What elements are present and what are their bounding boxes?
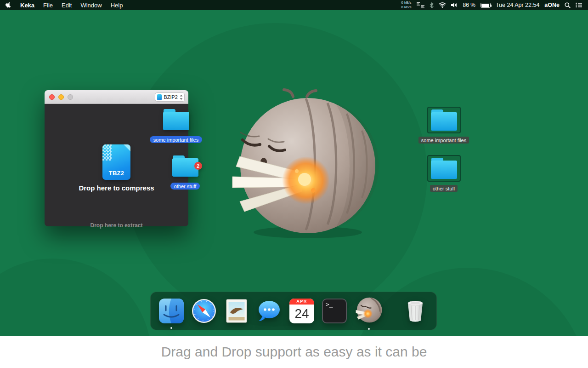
volume-icon[interactable] (451, 2, 458, 8)
menu-help[interactable]: Help (111, 2, 123, 9)
dock-trash-icon[interactable] (402, 298, 429, 324)
dock-keka-icon[interactable] (354, 295, 384, 325)
background-circle (0, 259, 152, 336)
minimize-button[interactable] (58, 94, 64, 100)
caption-bar: Drag and Drop support as easy as it can … (0, 336, 588, 368)
dragged-folder-some-important-files[interactable]: some important files (146, 109, 206, 143)
folder-label: other stuff (430, 185, 458, 192)
dock-finder-icon[interactable] (158, 298, 185, 324)
battery-percent: 86 % (463, 2, 475, 8)
dock-calendar-icon[interactable]: APR 24 (288, 298, 315, 324)
dock-messages-icon[interactable] (256, 298, 283, 324)
caption-text: Drag and Drop support as easy as it can … (161, 344, 427, 360)
menu-file[interactable]: File (43, 2, 53, 9)
calendar-day: 24 (289, 305, 314, 322)
desktop-folder-other-stuff[interactable]: other stuff (415, 155, 472, 192)
bluetooth-icon[interactable] (430, 2, 434, 8)
menu-bar: Keka File Edit Window Help 0 kB/s 0 kB/s (0, 0, 588, 10)
folder-label: some important files (418, 137, 469, 144)
drag-label: some important files (150, 136, 202, 143)
keka-mascot-illustration (216, 88, 381, 240)
tbz2-file-icon: TBZ2 (102, 144, 130, 180)
close-button[interactable] (49, 94, 55, 100)
menu-bar-user[interactable]: aONe (544, 2, 560, 8)
format-file-icon (157, 94, 162, 100)
menu-window[interactable]: Window (80, 2, 102, 9)
selection-box (427, 155, 461, 182)
network-graph-icon[interactable] (417, 2, 424, 8)
format-select-value: BZIP2 (164, 94, 178, 100)
drag-label: other stuff (170, 183, 200, 190)
app-menu-keka[interactable]: Keka (20, 2, 34, 9)
network-up-speed: 0 kB/s (401, 0, 411, 5)
format-select[interactable]: BZIP2 (155, 92, 185, 102)
apple-menu-icon[interactable] (6, 2, 11, 9)
chevron-up-down-icon (180, 95, 183, 100)
dock-terminal-icon[interactable]: >_ (321, 298, 348, 324)
calendar-month: APR (289, 299, 314, 305)
dock-separator (393, 298, 393, 324)
desktop-folder-some-important-files[interactable]: some important files (415, 107, 472, 144)
folder-icon: 2 (172, 155, 198, 177)
desktop-screen: Keka File Edit Window Help 0 kB/s 0 kB/s (0, 0, 588, 368)
dock-safari-icon[interactable] (191, 298, 217, 324)
menu-edit[interactable]: Edit (62, 2, 72, 9)
desktop-background: BZIP2 TBZ2 Drop here to compress Drop he… (0, 10, 588, 336)
running-indicator (368, 328, 370, 330)
zoom-button (68, 94, 73, 100)
drag-count-badge: 2 (194, 162, 202, 170)
folder-icon (431, 109, 457, 131)
wifi-icon[interactable] (439, 2, 446, 8)
folder-icon (431, 158, 457, 179)
tbz2-file-type-label: TBZ2 (102, 170, 130, 177)
dock: APR 24 >_ (150, 292, 437, 330)
selection-box (427, 107, 461, 133)
notification-center-icon[interactable] (576, 2, 582, 8)
network-speed-readout: 0 kB/s 0 kB/s (401, 0, 411, 10)
battery-icon (481, 3, 491, 8)
menu-bar-clock[interactable]: Tue 24 Apr 22:54 (496, 2, 539, 8)
running-indicator (170, 327, 172, 329)
folder-icon (163, 109, 189, 130)
terminal-prompt-glyph: >_ (326, 301, 333, 308)
spotlight-search-icon[interactable] (565, 2, 571, 8)
dragged-folder-other-stuff[interactable]: 2 other stuff (155, 155, 215, 190)
drop-to-extract-text: Drop here to extract (45, 222, 188, 229)
window-title-bar[interactable]: BZIP2 (45, 90, 188, 104)
network-down-speed: 0 kB/s (401, 5, 411, 10)
dock-mail-icon[interactable] (223, 298, 250, 324)
